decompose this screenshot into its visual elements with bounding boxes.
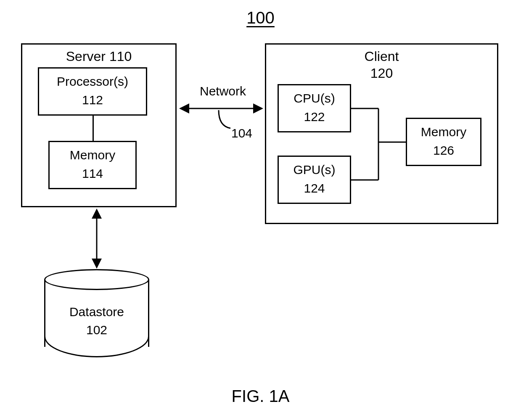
server-internal-connector	[93, 116, 94, 141]
network-ref-leader	[219, 110, 230, 128]
server-memory-box: Memory 114	[48, 141, 137, 189]
client-memory-box: Memory 126	[406, 118, 481, 166]
client-memory-label: Memory	[407, 125, 480, 139]
client-memory-ref: 126	[407, 143, 480, 158]
client-gpu-label: GPU(s)	[279, 163, 350, 177]
figure-caption: FIG. 1A	[0, 387, 521, 406]
network-ref: 104	[227, 126, 257, 140]
client-cpu-label: CPU(s)	[279, 91, 350, 106]
network-label: Network	[185, 84, 261, 98]
datastore-ref: 102	[44, 323, 149, 337]
server-processor-label: Processor(s)	[39, 74, 146, 89]
datastore-label: Datastore	[44, 305, 149, 319]
client-gpu-ref: 124	[279, 181, 350, 195]
client-cpu-box: CPU(s) 122	[278, 84, 351, 132]
diagram: 100 Server 110 Processor(s) 112 Memory 1…	[0, 0, 521, 420]
server-memory-label: Memory	[50, 148, 135, 162]
figure-number: 100	[0, 8, 521, 27]
datastore-cylinder: Datastore 102	[44, 269, 149, 357]
server-title: Server 110	[22, 49, 175, 64]
server-processor-box: Processor(s) 112	[38, 67, 147, 116]
server-memory-ref: 114	[50, 166, 135, 181]
client-title: Client	[266, 49, 497, 64]
client-gpu-box: GPU(s) 124	[278, 156, 351, 204]
server-processor-ref: 112	[39, 93, 146, 107]
client-cpu-ref: 122	[279, 110, 350, 124]
client-title-ref: 120	[266, 66, 497, 81]
